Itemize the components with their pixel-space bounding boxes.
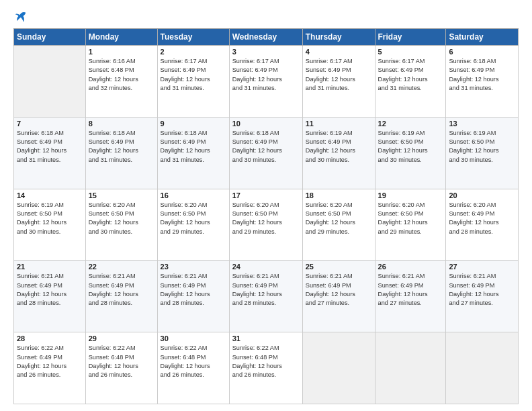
logo-text [13,11,27,23]
day-info: Sunrise: 6:19 AM Sunset: 6:49 PM Dayligh… [306,129,372,165]
day-info: Sunrise: 6:21 AM Sunset: 6:49 PM Dayligh… [89,272,154,308]
day-info: Sunrise: 6:20 AM Sunset: 6:49 PM Dayligh… [449,201,515,236]
day-info: Sunrise: 6:20 AM Sunset: 6:50 PM Dayligh… [161,201,226,236]
day-info: Sunrise: 6:19 AM Sunset: 6:50 PM Dayligh… [378,129,443,165]
day-number: 12 [378,120,443,128]
weekday-header-row: SundayMondayTuesdayWednesdayThursdayFrid… [14,29,519,46]
calendar-cell: 17Sunrise: 6:20 AM Sunset: 6:50 PM Dayli… [229,189,302,261]
day-info: Sunrise: 6:16 AM Sunset: 6:48 PM Dayligh… [89,57,154,93]
day-number: 28 [17,334,83,342]
logo-bird-icon [15,11,27,23]
weekday-header-saturday: Saturday [446,29,519,46]
weekday-header-thursday: Thursday [302,29,375,46]
calendar-cell: 15Sunrise: 6:20 AM Sunset: 6:50 PM Dayli… [85,189,157,261]
calendar-cell [14,46,86,118]
day-info: Sunrise: 6:18 AM Sunset: 6:49 PM Dayligh… [232,129,300,165]
day-number: 30 [161,334,226,342]
calendar-cell: 29Sunrise: 6:22 AM Sunset: 6:48 PM Dayli… [85,332,157,404]
calendar-cell: 6Sunrise: 6:18 AM Sunset: 6:49 PM Daylig… [446,46,519,118]
day-number: 27 [449,263,515,271]
day-info: Sunrise: 6:17 AM Sunset: 6:49 PM Dayligh… [232,57,300,93]
calendar-cell: 28Sunrise: 6:22 AM Sunset: 6:49 PM Dayli… [14,332,86,404]
day-info: Sunrise: 6:21 AM Sunset: 6:49 PM Dayligh… [378,272,443,308]
day-number: 5 [378,48,443,56]
calendar-cell: 22Sunrise: 6:21 AM Sunset: 6:49 PM Dayli… [85,261,157,332]
calendar-week-row: 1Sunrise: 6:16 AM Sunset: 6:48 PM Daylig… [14,46,519,118]
weekday-header-tuesday: Tuesday [157,29,229,46]
day-number: 14 [17,191,83,199]
day-number: 18 [306,191,372,199]
day-info: Sunrise: 6:20 AM Sunset: 6:50 PM Dayligh… [89,201,154,236]
calendar-cell [375,332,446,404]
day-number: 29 [89,334,154,342]
calendar-cell: 16Sunrise: 6:20 AM Sunset: 6:50 PM Dayli… [157,189,229,261]
page: SundayMondayTuesdayWednesdayThursdayFrid… [0,0,532,411]
day-info: Sunrise: 6:19 AM Sunset: 6:50 PM Dayligh… [449,129,515,165]
day-info: Sunrise: 6:18 AM Sunset: 6:49 PM Dayligh… [161,129,226,165]
day-number: 8 [89,120,154,128]
day-number: 11 [306,120,372,128]
day-info: Sunrise: 6:20 AM Sunset: 6:50 PM Dayligh… [306,201,372,236]
header [13,11,519,23]
calendar-cell: 2Sunrise: 6:17 AM Sunset: 6:49 PM Daylig… [157,46,229,118]
day-info: Sunrise: 6:18 AM Sunset: 6:49 PM Dayligh… [17,129,83,165]
day-number: 3 [232,48,300,56]
calendar-cell [302,332,375,404]
day-number: 23 [161,263,226,271]
calendar-cell: 4Sunrise: 6:17 AM Sunset: 6:49 PM Daylig… [302,46,375,118]
day-number: 6 [449,48,515,56]
calendar-cell: 25Sunrise: 6:21 AM Sunset: 6:49 PM Dayli… [302,261,375,332]
calendar-week-row: 7Sunrise: 6:18 AM Sunset: 6:49 PM Daylig… [14,117,519,189]
day-info: Sunrise: 6:21 AM Sunset: 6:49 PM Dayligh… [232,272,300,308]
calendar-cell: 11Sunrise: 6:19 AM Sunset: 6:49 PM Dayli… [302,117,375,189]
calendar-cell [446,332,519,404]
day-info: Sunrise: 6:22 AM Sunset: 6:48 PM Dayligh… [89,344,154,379]
calendar-cell: 14Sunrise: 6:19 AM Sunset: 6:50 PM Dayli… [14,189,86,261]
calendar-cell: 13Sunrise: 6:19 AM Sunset: 6:50 PM Dayli… [446,117,519,189]
logo [13,11,27,23]
calendar-week-row: 21Sunrise: 6:21 AM Sunset: 6:49 PM Dayli… [14,261,519,332]
day-number: 20 [449,191,515,199]
day-info: Sunrise: 6:22 AM Sunset: 6:48 PM Dayligh… [232,344,300,379]
calendar-week-row: 14Sunrise: 6:19 AM Sunset: 6:50 PM Dayli… [14,189,519,261]
weekday-header-wednesday: Wednesday [229,29,302,46]
day-number: 26 [378,263,443,271]
day-number: 1 [89,48,154,56]
day-info: Sunrise: 6:21 AM Sunset: 6:49 PM Dayligh… [161,272,226,308]
calendar-cell: 8Sunrise: 6:18 AM Sunset: 6:49 PM Daylig… [85,117,157,189]
day-number: 21 [17,263,83,271]
day-info: Sunrise: 6:21 AM Sunset: 6:49 PM Dayligh… [306,272,372,308]
day-info: Sunrise: 6:17 AM Sunset: 6:49 PM Dayligh… [306,57,372,93]
day-info: Sunrise: 6:19 AM Sunset: 6:50 PM Dayligh… [17,201,83,236]
day-number: 15 [89,191,154,199]
calendar-table: SundayMondayTuesdayWednesdayThursdayFrid… [13,28,519,404]
weekday-header-sunday: Sunday [14,29,86,46]
calendar-cell: 30Sunrise: 6:22 AM Sunset: 6:48 PM Dayli… [157,332,229,404]
calendar-cell: 20Sunrise: 6:20 AM Sunset: 6:49 PM Dayli… [446,189,519,261]
calendar-cell: 31Sunrise: 6:22 AM Sunset: 6:48 PM Dayli… [229,332,302,404]
calendar-cell: 23Sunrise: 6:21 AM Sunset: 6:49 PM Dayli… [157,261,229,332]
calendar-cell: 26Sunrise: 6:21 AM Sunset: 6:49 PM Dayli… [375,261,446,332]
day-number: 22 [89,263,154,271]
day-number: 7 [17,120,83,128]
day-info: Sunrise: 6:21 AM Sunset: 6:49 PM Dayligh… [17,272,83,308]
calendar-cell: 1Sunrise: 6:16 AM Sunset: 6:48 PM Daylig… [85,46,157,118]
calendar-cell: 10Sunrise: 6:18 AM Sunset: 6:49 PM Dayli… [229,117,302,189]
day-number: 9 [161,120,226,128]
calendar-cell: 19Sunrise: 6:20 AM Sunset: 6:50 PM Dayli… [375,189,446,261]
calendar-cell: 9Sunrise: 6:18 AM Sunset: 6:49 PM Daylig… [157,117,229,189]
day-number: 2 [161,48,226,56]
day-info: Sunrise: 6:20 AM Sunset: 6:50 PM Dayligh… [378,201,443,236]
calendar-cell: 3Sunrise: 6:17 AM Sunset: 6:49 PM Daylig… [229,46,302,118]
calendar-cell: 27Sunrise: 6:21 AM Sunset: 6:49 PM Dayli… [446,261,519,332]
day-number: 16 [161,191,226,199]
day-info: Sunrise: 6:20 AM Sunset: 6:50 PM Dayligh… [232,201,300,236]
day-number: 24 [232,263,300,271]
day-info: Sunrise: 6:22 AM Sunset: 6:49 PM Dayligh… [17,344,83,379]
day-info: Sunrise: 6:17 AM Sunset: 6:49 PM Dayligh… [161,57,226,93]
day-info: Sunrise: 6:17 AM Sunset: 6:49 PM Dayligh… [378,57,443,93]
calendar-cell: 21Sunrise: 6:21 AM Sunset: 6:49 PM Dayli… [14,261,86,332]
calendar-cell: 12Sunrise: 6:19 AM Sunset: 6:50 PM Dayli… [375,117,446,189]
calendar-cell: 24Sunrise: 6:21 AM Sunset: 6:49 PM Dayli… [229,261,302,332]
calendar-cell: 7Sunrise: 6:18 AM Sunset: 6:49 PM Daylig… [14,117,86,189]
